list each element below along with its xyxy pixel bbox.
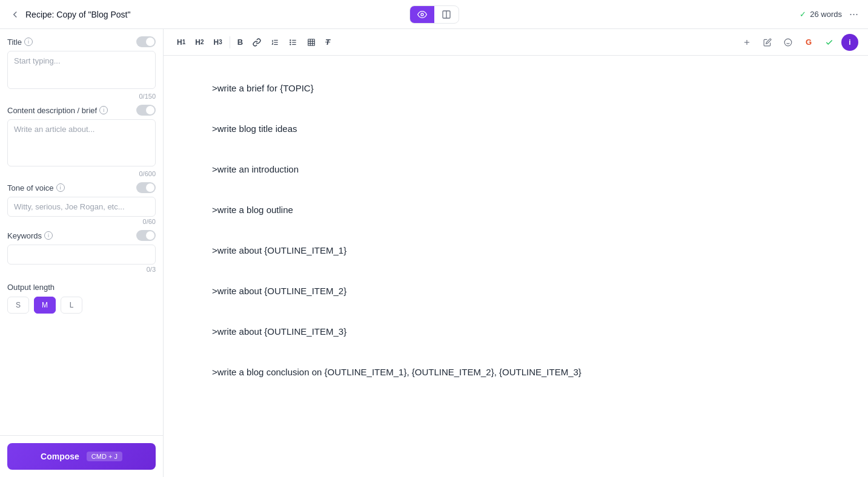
topbar-left: Recipe: Copy of "Blog Post" bbox=[10, 9, 402, 20]
bold-button[interactable]: B bbox=[234, 35, 247, 49]
editor-line-spacer bbox=[212, 146, 820, 151]
tone-info-icon[interactable]: i bbox=[56, 183, 65, 192]
tone-toggle[interactable] bbox=[136, 182, 156, 193]
output-length-label: Output length bbox=[7, 283, 156, 292]
word-count-label: 26 words bbox=[810, 10, 842, 19]
more-options-button[interactable]: ··· bbox=[849, 8, 858, 21]
toolbar-left: H1 H2 H3 B T bbox=[173, 35, 736, 49]
link-button[interactable] bbox=[249, 36, 265, 49]
grammarly-icon-button[interactable]: G bbox=[800, 34, 817, 51]
editor-line: >write about {OUTLINE_ITEM_2} bbox=[212, 283, 820, 299]
tone-of-voice-section: Tone of voice i 0/60 bbox=[7, 182, 156, 225]
main-layout: Title i 0/150 Content description / brie… bbox=[0, 29, 868, 477]
title-input[interactable] bbox=[7, 51, 156, 89]
back-button[interactable] bbox=[10, 9, 21, 20]
editor-line-spacer bbox=[212, 106, 820, 111]
content-description-label: Content description / brief i bbox=[7, 106, 108, 115]
size-l-button[interactable]: L bbox=[61, 297, 82, 314]
info-icon-button[interactable]: i bbox=[841, 34, 858, 51]
editor-line-spacer bbox=[212, 187, 820, 192]
word-count: ✓ 26 words bbox=[800, 10, 842, 19]
view-toggle-group bbox=[409, 5, 459, 24]
tone-of-voice-header: Tone of voice i bbox=[7, 182, 156, 193]
split-view-button[interactable] bbox=[434, 6, 459, 23]
keywords-char-count: 0/3 bbox=[7, 266, 156, 273]
sidebar: Title i 0/150 Content description / brie… bbox=[0, 29, 164, 477]
content-description-section: Content description / brief i 0/600 bbox=[7, 105, 156, 177]
size-s-button[interactable]: S bbox=[7, 297, 29, 314]
h1-button[interactable]: H1 bbox=[173, 36, 189, 49]
toolbar-right: G i bbox=[738, 34, 858, 51]
svg-point-0 bbox=[421, 13, 423, 16]
keywords-toggle[interactable] bbox=[136, 230, 156, 241]
title-field-header: Title i bbox=[7, 36, 156, 47]
h3-button[interactable]: H3 bbox=[210, 36, 225, 49]
h2-button[interactable]: H2 bbox=[191, 36, 207, 49]
tone-char-count: 0/60 bbox=[7, 218, 156, 225]
check-icon-button[interactable] bbox=[821, 34, 838, 51]
editor-line-spacer bbox=[212, 228, 820, 232]
editor-line: >write an introduction bbox=[212, 161, 820, 177]
editor-toolbar: H1 H2 H3 B T bbox=[164, 29, 868, 56]
title-info-icon[interactable]: i bbox=[24, 38, 33, 46]
svg-point-9 bbox=[290, 39, 291, 40]
content-description-input[interactable] bbox=[7, 119, 156, 166]
compose-shortcut: CMD + J bbox=[87, 452, 122, 461]
topbar: Recipe: Copy of "Blog Post" ✓ 26 words ·… bbox=[0, 0, 868, 29]
ordered-list-button[interactable] bbox=[267, 36, 283, 49]
editor-line: >write a blog outline bbox=[212, 202, 820, 218]
editor-line-spacer bbox=[212, 309, 820, 314]
content-description-header: Content description / brief i bbox=[7, 105, 156, 116]
emoji-icon-button[interactable] bbox=[780, 34, 797, 51]
content-description-char-count: 0/600 bbox=[7, 170, 156, 177]
output-length-section: Output length S M L bbox=[7, 278, 156, 318]
topbar-right: ✓ 26 words ··· bbox=[466, 8, 859, 21]
title-char-count: 0/150 bbox=[7, 93, 156, 100]
compose-label: Compose bbox=[41, 452, 79, 461]
editor-content[interactable]: >write a brief for {TOPIC}>write blog ti… bbox=[164, 56, 868, 477]
size-m-button[interactable]: M bbox=[34, 297, 56, 314]
tone-of-voice-input[interactable] bbox=[7, 197, 156, 217]
view-toggle bbox=[409, 5, 459, 24]
editor-line: >write about {OUTLINE_ITEM_1} bbox=[212, 242, 820, 258]
svg-point-11 bbox=[290, 44, 291, 44]
keywords-section: Keywords i 0/3 bbox=[7, 230, 156, 273]
svg-point-10 bbox=[290, 42, 291, 42]
compose-bar: Compose CMD + J bbox=[0, 435, 163, 477]
keywords-input[interactable] bbox=[7, 245, 156, 265]
editor-line: >write a blog conclusion on {OUTLINE_ITE… bbox=[212, 364, 820, 380]
toolbar-sep-1 bbox=[230, 36, 230, 48]
check-icon: ✓ bbox=[800, 10, 806, 19]
compose-button[interactable]: Compose CMD + J bbox=[7, 443, 156, 470]
content-description-toggle[interactable] bbox=[136, 105, 156, 116]
keywords-header: Keywords i bbox=[7, 230, 156, 241]
content-description-info-icon[interactable]: i bbox=[99, 106, 108, 114]
unordered-list-button[interactable] bbox=[285, 36, 301, 49]
svg-point-19 bbox=[784, 39, 792, 46]
title-toggle[interactable] bbox=[136, 36, 156, 47]
sidebar-content: Title i 0/150 Content description / brie… bbox=[0, 29, 163, 435]
editor-line: >write about {OUTLINE_ITEM_3} bbox=[212, 323, 820, 340]
svg-rect-12 bbox=[308, 39, 315, 45]
title-section: Title i 0/150 bbox=[7, 36, 156, 100]
preview-view-button[interactable] bbox=[410, 6, 434, 23]
title-label: Title i bbox=[7, 38, 33, 47]
editor-line: >write blog title ideas bbox=[212, 120, 820, 137]
tone-of-voice-label: Tone of voice i bbox=[7, 183, 65, 192]
clear-format-button[interactable]: T bbox=[322, 35, 334, 49]
keywords-label: Keywords i bbox=[7, 231, 53, 240]
add-icon-button[interactable] bbox=[738, 34, 755, 51]
editor-line-spacer bbox=[212, 268, 820, 273]
table-button[interactable] bbox=[303, 36, 319, 49]
recipe-title: Recipe: Copy of "Blog Post" bbox=[25, 10, 130, 19]
keywords-info-icon[interactable]: i bbox=[44, 231, 53, 240]
editor-line-spacer bbox=[212, 349, 820, 354]
edit-icon-button[interactable] bbox=[759, 34, 776, 51]
size-buttons: S M L bbox=[7, 297, 156, 314]
editor-line: >write a brief for {TOPIC} bbox=[212, 80, 820, 96]
editor-area: H1 H2 H3 B T bbox=[164, 29, 868, 477]
